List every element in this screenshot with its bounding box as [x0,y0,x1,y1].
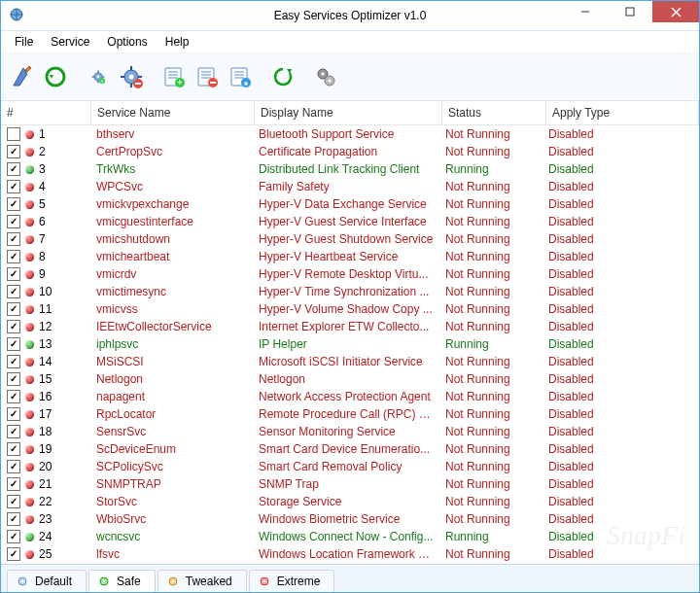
tab-safe[interactable]: Safe [88,570,156,592]
row-checkbox[interactable] [7,442,20,456]
menu-options[interactable]: Options [99,33,155,51]
col-display-name[interactable]: Display Name [255,101,442,124]
table-row[interactable]: 25lfsvcWindows Location Framework S...No… [1,545,699,563]
row-checkbox[interactable] [7,530,20,543]
list-add-button[interactable]: + [158,61,190,92]
maximize-button[interactable] [608,1,652,22]
service-name: vmicshutdown [90,232,253,246]
row-checkbox[interactable] [7,285,20,298]
table-row[interactable]: 23WbioSrvcWindows Biometric ServiceNot R… [1,510,699,528]
refresh-button[interactable] [267,61,298,92]
apply-type: Disabled [542,320,699,333]
apply-type: Disabled [542,425,699,438]
display-name: Hyper-V Time Synchronization ... [253,285,439,298]
tab-default[interactable]: Default [7,570,87,592]
row-checkbox[interactable] [7,425,20,438]
optimize-button[interactable] [7,61,38,92]
table-row[interactable]: 13iphlpsvcIP HelperRunningDisabled [1,335,699,353]
table-row[interactable]: 22StorSvcStorage ServiceNot RunningDisab… [1,493,699,510]
table-row[interactable]: 16napagentNetwork Access Protection Agen… [1,388,699,405]
service-remove-button[interactable] [116,61,147,92]
row-checkbox[interactable] [7,232,20,246]
row-checkbox[interactable] [7,320,20,333]
table-row[interactable]: 2CertPropSvcCertificate PropagationNot R… [1,143,699,160]
row-checkbox[interactable] [7,250,20,263]
col-status[interactable]: Status [442,101,546,124]
list-remove-button[interactable] [192,61,223,92]
status-dot-icon [25,270,34,279]
status: Not Running [439,285,542,298]
table-row[interactable]: 15NetlogonNetlogonNot RunningDisabled [1,370,699,388]
row-checkbox[interactable] [7,215,20,228]
row-checkbox[interactable] [7,460,20,473]
table-row[interactable]: 1bthservBluetooth Support ServiceNot Run… [1,125,699,143]
status-dot-icon [25,410,34,419]
service-name: SNMPTRAP [90,477,253,491]
minimize-button[interactable] [563,1,608,22]
table-row[interactable]: 18SensrSvcSensor Monitoring ServiceNot R… [1,423,699,440]
row-checkbox[interactable] [7,337,20,351]
table-row[interactable]: 10vmictimesyncHyper-V Time Synchronizati… [1,283,699,300]
row-checkbox[interactable] [7,372,20,386]
row-index: 2 [39,145,52,158]
apply-type: Disabled [542,512,699,526]
row-checkbox[interactable] [7,180,20,193]
row-checkbox[interactable] [7,162,20,176]
tab-tweaked[interactable]: Tweaked [158,570,247,592]
display-name: Distributed Link Tracking Client [253,162,439,176]
status: Not Running [439,145,542,158]
table-row[interactable]: 24wcncsvcWindows Connect Now - Config...… [1,528,699,545]
status: Not Running [439,477,542,491]
row-checkbox[interactable] [7,302,20,316]
table-row[interactable]: 12IEEtwCollectorServiceInternet Explorer… [1,318,699,335]
col-service-name[interactable]: Service Name [91,101,255,124]
table-row[interactable]: 3TrkWksDistributed Link Tracking ClientR… [1,160,699,178]
table-row[interactable]: 9vmicrdvHyper-V Remote Desktop Virtu...N… [1,265,699,283]
row-checkbox[interactable] [7,145,20,158]
row-checkbox[interactable] [7,197,20,211]
menu-file[interactable]: File [7,33,41,51]
table-row[interactable]: 21SNMPTRAPSNMP TrapNot RunningDisabled [1,475,699,493]
table-row[interactable]: 5vmickvpexchangeHyper-V Data Exchange Se… [1,195,699,213]
apply-type: Disabled [542,180,699,193]
row-checkbox[interactable] [7,390,20,403]
service-name: vmicrdv [90,267,253,281]
status: Not Running [439,372,542,386]
table-row[interactable]: 4WPCSvcFamily SafetyNot RunningDisabled [1,178,699,195]
services-grid[interactable]: # Service Name Display Name Status Apply… [1,101,699,564]
col-number[interactable]: # [1,101,91,124]
table-row[interactable]: 20SCPolicySvcSmart Card Removal PolicyNo… [1,458,699,475]
close-button[interactable] [652,1,699,22]
table-row[interactable]: 6vmicguestinterfaceHyper-V Guest Service… [1,213,699,230]
status: Not Running [439,320,542,333]
row-checkbox[interactable] [7,267,20,281]
col-apply-type[interactable]: Apply Type [546,101,699,124]
row-checkbox[interactable] [7,512,20,526]
row-checkbox[interactable] [7,547,20,561]
list-edit-button[interactable] [225,61,256,92]
status-dot-icon [25,288,34,296]
tab-extreme[interactable]: Extreme [249,570,335,592]
display-name: Bluetooth Support Service [253,127,439,141]
row-checkbox[interactable] [7,407,20,421]
settings-button[interactable] [310,61,341,92]
menu-help[interactable]: Help [158,33,197,51]
row-checkbox[interactable] [7,127,20,141]
table-row[interactable]: 11vmicvssHyper-V Volume Shadow Copy ...N… [1,300,699,318]
service-name: SCPolicySvc [90,460,253,473]
table-row[interactable]: 17RpcLocatorRemote Procedure Call (RPC) … [1,405,699,423]
restore-button[interactable] [40,61,71,92]
table-row[interactable]: 14MSiSCSIMicrosoft iSCSI Initiator Servi… [1,353,699,370]
status-dot-icon [25,340,34,349]
tab-tweaked-label: Tweaked [186,575,232,588]
row-checkbox[interactable] [7,495,20,508]
row-checkbox[interactable] [7,355,20,368]
table-row[interactable]: 7vmicshutdownHyper-V Guest Shutdown Serv… [1,230,699,248]
table-row[interactable]: 19ScDeviceEnumSmart Card Device Enumerat… [1,440,699,458]
service-add-button[interactable]: + [83,61,114,92]
status: Not Running [439,250,542,263]
status: Not Running [439,267,542,281]
table-row[interactable]: 8vmicheartbeatHyper-V Heartbeat ServiceN… [1,248,699,265]
row-checkbox[interactable] [7,477,20,491]
menu-service[interactable]: Service [43,33,97,51]
